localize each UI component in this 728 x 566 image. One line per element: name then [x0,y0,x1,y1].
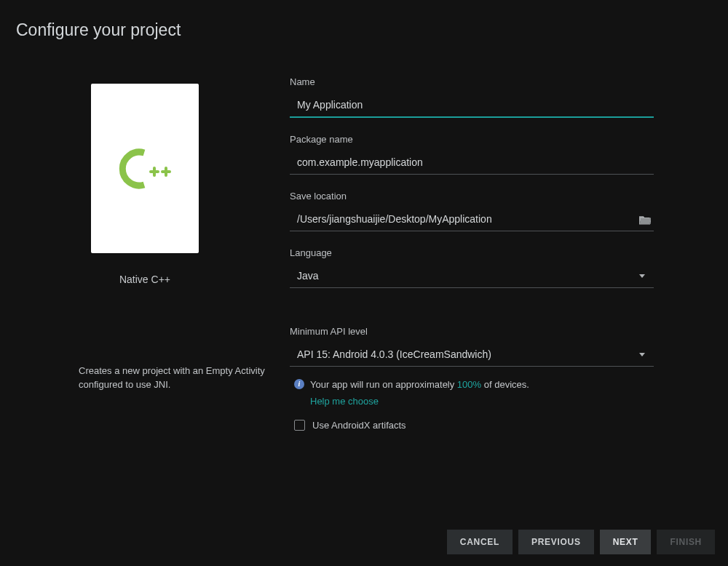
package-input[interactable] [290,152,654,174]
chevron-down-icon [639,274,645,278]
folder-icon [639,215,651,225]
minapi-field: Minimum API level API 15: Android 4.0.3 … [290,326,654,431]
language-value: Java [297,270,639,282]
template-card [91,84,199,253]
language-field: Language Java [290,247,654,288]
language-select[interactable]: Java [290,266,654,288]
location-label: Save location [290,191,654,202]
androidx-row: Use AndroidX artifacts [290,420,654,431]
location-input[interactable] [290,209,638,231]
previous-button[interactable]: PREVIOUS [518,530,594,554]
info-prefix: Your app will run on approximately [310,379,457,390]
template-preview-column: Native C++ Creates a new project with an… [0,76,290,447]
cancel-button[interactable]: CANCEL [447,530,513,554]
name-input-wrap [290,95,654,118]
help-me-choose-link[interactable]: Help me choose [310,396,654,407]
next-button[interactable]: NEXT [600,530,652,554]
language-label: Language [290,247,654,258]
info-icon: i [294,379,304,389]
cpp-icon [112,147,178,191]
info-percent: 100% [457,379,481,390]
minapi-label: Minimum API level [290,326,654,337]
button-bar: CANCEL PREVIOUS NEXT FINISH [447,530,715,554]
device-coverage-text: Your app will run on approximately 100% … [310,378,529,391]
location-input-wrap [290,209,654,231]
info-suffix: of devices. [481,379,529,390]
chevron-down-icon [639,353,645,356]
browse-folder-button[interactable] [638,212,652,227]
name-label: Name [290,76,654,87]
name-field: Name [290,76,654,118]
location-field: Save location [290,191,654,231]
minapi-select[interactable]: API 15: Android 4.0.3 (IceCreamSandwich) [290,344,654,367]
finish-button: FINISH [657,530,715,554]
form-column: Name Package name Save location [290,76,728,447]
content-area: Native C++ Creates a new project with an… [0,40,728,447]
minapi-value: API 15: Android 4.0.3 (IceCreamSandwich) [297,348,639,360]
androidx-checkbox[interactable] [294,420,305,431]
package-field: Package name [290,134,654,175]
name-input[interactable] [290,95,654,116]
page-title: Configure your project [0,0,728,40]
androidx-label: Use AndroidX artifacts [312,420,406,431]
package-input-wrap [290,152,654,175]
template-description: Creates a new project with an Empty Acti… [79,364,275,391]
template-label: Native C++ [119,274,170,285]
device-coverage-info: i Your app will run on approximately 100… [290,378,654,391]
package-label: Package name [290,134,654,145]
